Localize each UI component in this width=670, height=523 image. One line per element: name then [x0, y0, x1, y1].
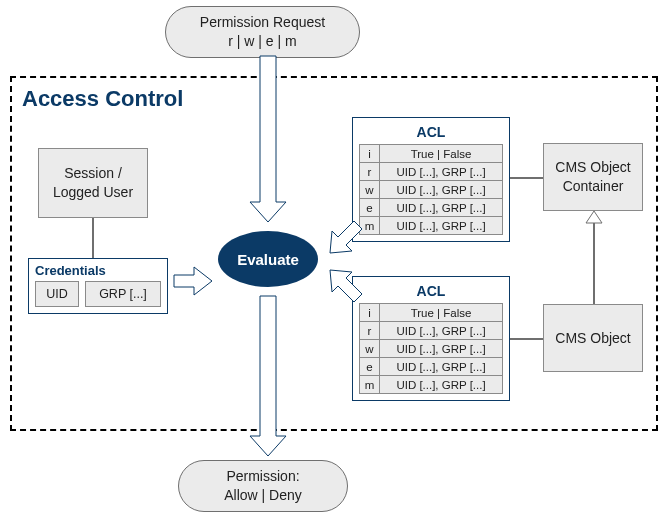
- credentials-grp: GRP [...]: [85, 281, 161, 307]
- permission-result-title: Permission:: [189, 467, 337, 486]
- access-control-title: Access Control: [22, 86, 183, 112]
- arrow-down-2-icon: [248, 296, 288, 456]
- connector-acl2-object: [510, 338, 543, 340]
- acl-2-table: iTrue | False rUID [...], GRP [...] wUID…: [359, 303, 503, 394]
- table-row: iTrue | False: [360, 145, 503, 163]
- table-row: rUID [...], GRP [...]: [360, 163, 503, 181]
- cms-object: CMS Object: [543, 304, 643, 372]
- session-box: Session / Logged User: [38, 148, 148, 218]
- connector-session-credentials: [92, 218, 94, 258]
- acl-1-frame: ACL iTrue | False rUID [...], GRP [...] …: [352, 117, 510, 242]
- permission-result-value: Allow | Deny: [189, 486, 337, 505]
- acl-1-title: ACL: [359, 122, 503, 144]
- arrow-down-left-icon: [326, 221, 362, 257]
- table-row: eUID [...], GRP [...]: [360, 199, 503, 217]
- permission-result-pill: Permission: Allow | Deny: [178, 460, 348, 512]
- table-row: rUID [...], GRP [...]: [360, 322, 503, 340]
- table-row: mUID [...], GRP [...]: [360, 376, 503, 394]
- credentials-frame: Credentials UID GRP [...]: [28, 258, 168, 314]
- table-row: wUID [...], GRP [...]: [360, 181, 503, 199]
- evaluate-node: Evaluate: [218, 231, 318, 287]
- arrow-right-icon: [174, 265, 212, 297]
- connector-acl1-container: [510, 177, 543, 179]
- acl-2-title: ACL: [359, 281, 503, 303]
- acl-1-table: iTrue | False rUID [...], GRP [...] wUID…: [359, 144, 503, 235]
- cms-object-container: CMS Object Container: [543, 143, 643, 211]
- credentials-uid: UID: [35, 281, 79, 307]
- permission-request-flags: r | w | e | m: [176, 32, 349, 51]
- arrow-up-left-icon: [326, 266, 362, 302]
- table-row: eUID [...], GRP [...]: [360, 358, 503, 376]
- permission-request-title: Permission Request: [176, 13, 349, 32]
- table-row: wUID [...], GRP [...]: [360, 340, 503, 358]
- acl-2-frame: ACL iTrue | False rUID [...], GRP [...] …: [352, 276, 510, 401]
- table-row: iTrue | False: [360, 304, 503, 322]
- table-row: mUID [...], GRP [...]: [360, 217, 503, 235]
- credentials-title: Credentials: [29, 259, 167, 281]
- generalization-arrow-icon: [584, 211, 604, 304]
- permission-request-pill: Permission Request r | w | e | m: [165, 6, 360, 58]
- arrow-down-icon: [248, 56, 288, 222]
